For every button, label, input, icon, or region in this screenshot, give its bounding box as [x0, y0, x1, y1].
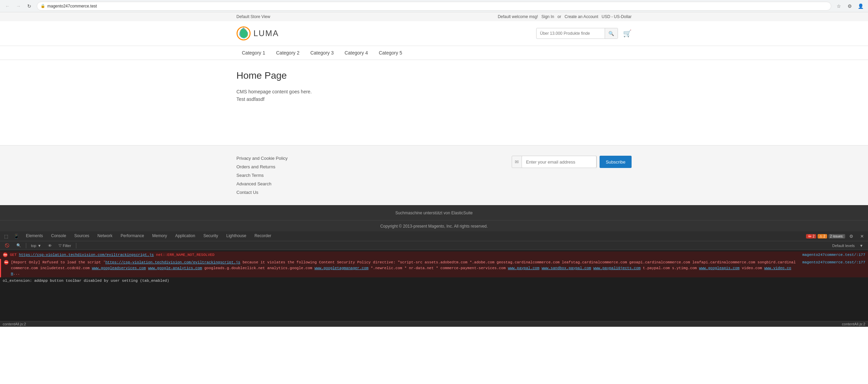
nav-item-category3[interactable]: Category 3: [305, 46, 339, 60]
filter-label: Filter: [63, 244, 71, 248]
error1-msg: net::ERR_NAME_NOT_RESOLVED: [154, 253, 214, 257]
devtools-tab-application[interactable]: Application: [171, 231, 199, 241]
status-left: contentAll.js:2: [3, 322, 26, 326]
console-info-line: ol_extension: addApp button toolbar disa…: [0, 277, 868, 285]
footer-link-contact[interactable]: Contact Us: [236, 190, 288, 195]
console-filter-btn[interactable]: 🔍: [14, 242, 23, 249]
error2-url[interactable]: https://csp-violation.techdivision.com/e…: [105, 260, 240, 264]
top-bar: Default Store View Default welcome msg! …: [0, 12, 868, 21]
nav-item-category4[interactable]: Category 4: [339, 46, 373, 60]
search-input[interactable]: [537, 31, 605, 36]
browser-chrome: ← → ↻ 🔒 magento247commerce.test ☆ ⚙ 👤: [0, 0, 868, 12]
error2-end: *.newrelic.com * nr-data.net * commerce-…: [369, 266, 508, 270]
devtools-settings-btn[interactable]: ⚙: [847, 232, 856, 241]
envelope-icon: ✉: [512, 159, 522, 165]
error-icon1: ⛔: [3, 252, 8, 258]
status-right: contentAll.js:2: [842, 322, 865, 326]
newsletter-email-input[interactable]: [522, 156, 596, 168]
default-levels-label: Default levels: [832, 244, 855, 248]
address-bar[interactable]: 🔒 magento247commerce.test: [37, 2, 831, 11]
console-eye-btn[interactable]: 👁: [46, 243, 54, 249]
console-error-line1: ⛔ GET https://csp-violation.techdivision…: [0, 251, 868, 259]
error2-cont: googleads.g.doubleclick.net analytics.go…: [202, 266, 314, 270]
footer-link-orders[interactable]: Orders and Returns: [236, 164, 288, 169]
devtools-tab-right: ⛔ 2 ⚠ 2 2 issues: ⚙ ✕: [806, 232, 867, 241]
console-top-btn[interactable]: top ▼: [29, 243, 43, 249]
error1-url[interactable]: https://csp-violation.techdivision.com/e…: [19, 253, 154, 257]
footer-links: Privacy and Cookie Policy Orders and Ret…: [236, 156, 288, 195]
site-header: LUMA 🔍 🛒: [0, 21, 868, 46]
search-box[interactable]: 🔍: [536, 28, 618, 39]
create-account-link[interactable]: Create an Account: [564, 14, 598, 19]
logo-text: LUMA: [253, 29, 279, 38]
nav-item-category1[interactable]: Category 1: [236, 46, 270, 60]
default-levels-dropdown[interactable]: ▼: [857, 243, 865, 249]
footer-link-privacy[interactable]: Privacy and Cookie Policy: [236, 156, 288, 161]
console-clear-btn[interactable]: 🚫: [3, 242, 12, 249]
paypal-link[interactable]: www.paypal.com: [508, 266, 539, 270]
toolbar-separator1: [26, 243, 26, 248]
extensions-button[interactable]: ⚙: [845, 1, 854, 11]
devtools-inspect-btn[interactable]: ⬚: [1, 232, 11, 241]
status-right-text: contentAll.js:2: [842, 322, 865, 326]
devtools-tab-memory[interactable]: Memory: [148, 231, 171, 241]
nav-buttons: ← → ↻: [3, 1, 34, 11]
nav-item-category5[interactable]: Category 5: [373, 46, 407, 60]
footer-bottom: Suchmaschine unterstützt von ElasticSuit…: [0, 205, 868, 220]
welcome-message: Default welcome msg!: [498, 14, 538, 19]
footer-link-advanced[interactable]: Advanced Search: [236, 181, 288, 186]
bookmark-button[interactable]: ☆: [834, 1, 843, 11]
devtools-tab-security[interactable]: Security: [199, 231, 222, 241]
back-button[interactable]: ←: [3, 1, 12, 11]
main-content: Home Page CMS homepage content goes here…: [230, 60, 638, 145]
devtools-tab-network[interactable]: Network: [93, 231, 117, 241]
devtools-tab-performance[interactable]: Performance: [117, 231, 148, 241]
top-bar-right: Default welcome msg! Sign In or Create a…: [498, 14, 632, 19]
google-ads-link[interactable]: www.googleadservices.com: [92, 266, 146, 270]
googletagmanager-link[interactable]: www.googletagmanager.com: [314, 266, 368, 270]
sandbox-paypal-link[interactable]: www.sandbox.paypal.com: [542, 266, 591, 270]
website-wrapper: Default Store View Default welcome msg! …: [0, 12, 868, 231]
devtools-tab-lighthouse[interactable]: Lighthouse: [222, 231, 250, 241]
paypal2-link[interactable]: www.paypal10jects.com: [593, 266, 641, 270]
subscribe-button[interactable]: Subscribe: [600, 156, 632, 168]
url-text: magento247commerce.test: [47, 4, 97, 9]
cart-icon[interactable]: 🛒: [623, 29, 632, 37]
sign-in-link[interactable]: Sign In: [541, 14, 554, 19]
page-title: Home Page: [236, 70, 632, 81]
error1-text: GET https://csp-violation.techdivision.c…: [10, 252, 215, 258]
devtools-tab-recorder[interactable]: Recorder: [250, 231, 275, 241]
store-view-label: Default Store View: [236, 14, 270, 19]
search-button[interactable]: 🔍: [605, 28, 618, 39]
footer-link-search[interactable]: Search Terms: [236, 173, 288, 178]
google-analytics-link[interactable]: www.google-analytics.com: [148, 266, 202, 270]
devtools-content: ⛔ GET https://csp-violation.techdivision…: [0, 250, 868, 321]
source-ref2[interactable]: magento247commerce.test/:177: [802, 260, 865, 265]
luma-logo-icon: [236, 26, 251, 41]
devtools-device-btn[interactable]: 📱: [11, 232, 22, 241]
logo-area[interactable]: LUMA: [236, 26, 279, 41]
devtools-tab-sources[interactable]: Sources: [70, 231, 93, 241]
forward-button[interactable]: →: [14, 1, 23, 11]
currency-selector[interactable]: USD - US-Dollar: [602, 14, 632, 19]
nav-item-category2[interactable]: Category 2: [270, 46, 305, 60]
devtools-tab-elements[interactable]: Elements: [22, 231, 47, 241]
footer-elasticsuite-text: Suchmaschine unterstützt von ElasticSuit…: [396, 211, 473, 215]
footer-copyright-text: Copyright © 2013-present Magento, Inc. A…: [380, 224, 488, 229]
console-error-line2: ⛔ [Report Only] Refused to load the scri…: [0, 259, 868, 277]
console-filter-text-btn[interactable]: ▽ Filter: [57, 242, 73, 249]
toolbar-separator2: [76, 243, 76, 248]
header-right: 🔍 🛒: [536, 28, 632, 39]
profile-button[interactable]: 👤: [856, 1, 865, 11]
devtools-console-toolbar: 🚫 🔍 top ▼ 👁 ▽ Filter Default levels ▼: [0, 241, 868, 250]
footer-copyright: Copyright © 2013-present Magento, Inc. A…: [0, 220, 868, 231]
devtools-close-btn[interactable]: ✕: [857, 232, 867, 241]
google-apis-link[interactable]: www.googleapis.com: [699, 266, 740, 270]
issues-count-badge: 2 issues:: [828, 234, 845, 239]
main-nav: Category 1 Category 2 Category 3 Categor…: [0, 46, 868, 60]
source-ref1[interactable]: magento247commerce.test/:177: [802, 252, 865, 258]
browser-action-buttons: ☆ ⚙ 👤: [834, 1, 865, 11]
reload-button[interactable]: ↻: [25, 1, 34, 11]
footer-main: Privacy and Cookie Policy Orders and Ret…: [230, 145, 638, 205]
devtools-tab-console[interactable]: Console: [47, 231, 70, 241]
